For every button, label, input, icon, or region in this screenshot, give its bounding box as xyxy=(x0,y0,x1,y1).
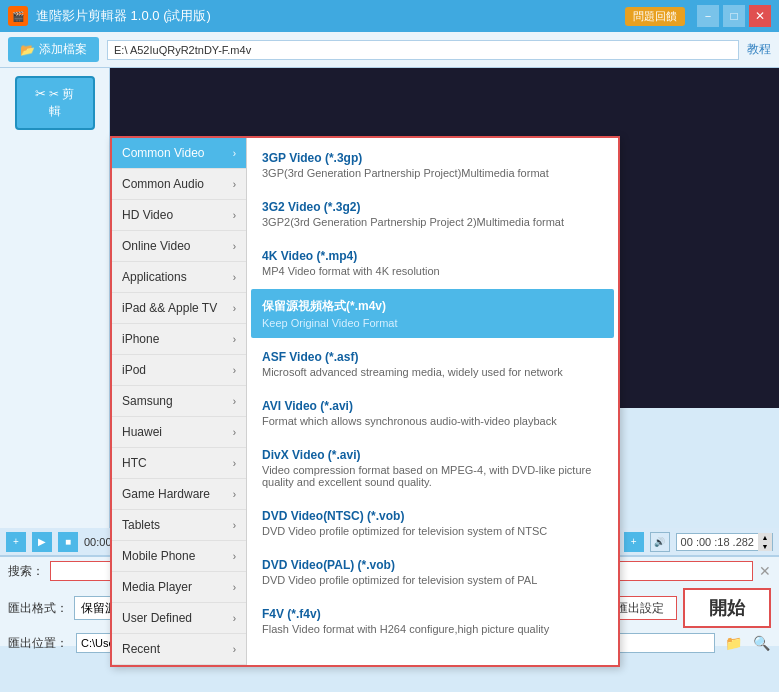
category-item-online-video[interactable]: Online Video› xyxy=(112,231,246,262)
speed-value: 00 :00 :18 .282 xyxy=(677,536,758,548)
format-title: 保留源視頻格式(*.m4v) xyxy=(262,298,603,315)
folder-icon: 📂 xyxy=(20,43,35,57)
format-item-avi[interactable]: AVI Video (*.avi)Format which allows syn… xyxy=(251,390,614,436)
speed-down-button[interactable]: ▼ xyxy=(758,542,772,551)
format-item-dvd-pal[interactable]: DVD Video(PAL) (*.vob)DVD Video profile … xyxy=(251,549,614,595)
format-desc: MP4 Video format with 4K resolution xyxy=(262,265,603,277)
category-item-common-video[interactable]: Common Video› xyxy=(112,138,246,169)
format-desc: DVD Video profile optimized for televisi… xyxy=(262,574,603,586)
format-desc: Video compression format based on MPEG-4… xyxy=(262,464,603,488)
search-label: 搜索： xyxy=(8,563,44,580)
maximize-button[interactable]: □ xyxy=(723,5,745,27)
main-content: ✂ ✂ 剪輯 Common Video›Common Audio›HD Vide… xyxy=(0,68,779,528)
format-desc: Microsoft advanced streaming media, wide… xyxy=(262,366,603,378)
play-button[interactable]: ▶ xyxy=(32,532,52,552)
output-label: 匯出位置： xyxy=(8,635,68,652)
category-item-hd-video[interactable]: HD Video› xyxy=(112,200,246,231)
category-item-game-hardware[interactable]: Game Hardware› xyxy=(112,479,246,510)
add-start-marker-button[interactable]: + xyxy=(6,532,26,552)
category-item-user-defined[interactable]: User Defined› xyxy=(112,603,246,634)
category-item-mobile-phone[interactable]: Mobile Phone› xyxy=(112,541,246,572)
left-panel: ✂ ✂ 剪輯 xyxy=(0,68,110,528)
format-item-asf[interactable]: ASF Video (*.asf)Microsoft advanced stre… xyxy=(251,341,614,387)
format-list: 3GP Video (*.3gp)3GP(3rd Generation Part… xyxy=(247,138,618,665)
format-title: DivX Video (*.avi) xyxy=(262,448,603,462)
format-overlay: Common Video›Common Audio›HD Video›Onlin… xyxy=(110,136,620,667)
category-item-ipad-apple-tv[interactable]: iPad && Apple TV› xyxy=(112,293,246,324)
format-title: AVI Video (*.avi) xyxy=(262,399,603,413)
tutorial-link[interactable]: 教程 xyxy=(747,41,771,58)
format-item-m4v[interactable]: 保留源視頻格式(*.m4v)Keep Original Video Format xyxy=(251,289,614,338)
chevron-right-icon: › xyxy=(233,458,236,469)
format-desc: 3GP2(3rd Generation Partnership Project … xyxy=(262,216,603,228)
category-item-iphone[interactable]: iPhone› xyxy=(112,324,246,355)
format-title: DVD Video(NTSC) (*.vob) xyxy=(262,509,603,523)
chevron-right-icon: › xyxy=(233,210,236,221)
chevron-right-icon: › xyxy=(233,520,236,531)
export-format-label: 匯出格式： xyxy=(8,600,68,617)
title-bar: 🎬 進階影片剪輯器 1.0.0 (試用版) 問題回饋 － □ ✕ xyxy=(0,0,779,32)
category-item-common-audio[interactable]: Common Audio› xyxy=(112,169,246,200)
chevron-right-icon: › xyxy=(233,272,236,283)
search-path-button[interactable]: 🔍 xyxy=(751,633,771,653)
close-button[interactable]: ✕ xyxy=(749,5,771,27)
category-item-samsung[interactable]: Samsung› xyxy=(112,386,246,417)
app-title: 進階影片剪輯器 1.0.0 (試用版) xyxy=(36,7,211,25)
stop-button[interactable]: ■ xyxy=(58,532,78,552)
format-desc: Format which allows synchronous audio-wi… xyxy=(262,415,603,427)
chevron-right-icon: › xyxy=(233,582,236,593)
chevron-right-icon: › xyxy=(233,489,236,500)
chevron-right-icon: › xyxy=(233,334,236,345)
chevron-right-icon: › xyxy=(233,241,236,252)
chevron-right-icon: › xyxy=(233,365,236,376)
file-path-display: E:\ A52IuQRyR2tnDY-F.m4v xyxy=(107,40,739,60)
category-item-recent[interactable]: Recent› xyxy=(112,634,246,665)
speed-up-button[interactable]: ▲ xyxy=(758,533,772,542)
scissors-icon: ✂ xyxy=(35,86,46,101)
chevron-right-icon: › xyxy=(233,303,236,314)
title-bar-left: 🎬 進階影片剪輯器 1.0.0 (試用版) xyxy=(8,6,211,26)
chevron-right-icon: › xyxy=(233,551,236,562)
toolbar: 📂 添加檔案 E:\ A52IuQRyR2tnDY-F.m4v 教程 xyxy=(0,32,779,68)
format-desc: Keep Original Video Format xyxy=(262,317,603,329)
add-end-marker-button[interactable]: + xyxy=(624,532,644,552)
format-title: F4V (*.f4v) xyxy=(262,607,603,621)
format-desc: 3GP(3rd Generation Partnership Project)M… xyxy=(262,167,603,179)
browse-folder-button[interactable]: 📁 xyxy=(723,633,743,653)
format-desc: Flash Video format with H264 configure,h… xyxy=(262,623,603,635)
category-item-ipod[interactable]: iPod› xyxy=(112,355,246,386)
chevron-right-icon: › xyxy=(233,396,236,407)
category-item-media-player[interactable]: Media Player› xyxy=(112,572,246,603)
chevron-right-icon: › xyxy=(233,613,236,624)
chevron-right-icon: › xyxy=(233,179,236,190)
title-bar-right: 問題回饋 － □ ✕ xyxy=(625,5,771,27)
feedback-button[interactable]: 問題回饋 xyxy=(625,7,685,26)
category-item-htc[interactable]: HTC› xyxy=(112,448,246,479)
format-title: 3GP Video (*.3gp) xyxy=(262,151,603,165)
format-item-f4v[interactable]: F4V (*.f4v)Flash Video format with H264 … xyxy=(251,598,614,644)
format-title: 4K Video (*.mp4) xyxy=(262,249,603,263)
format-desc: DVD Video profile optimized for televisi… xyxy=(262,525,603,537)
format-title: 3G2 Video (*.3g2) xyxy=(262,200,603,214)
format-item-4k-mp4[interactable]: 4K Video (*.mp4)MP4 Video format with 4K… xyxy=(251,240,614,286)
format-title: DVD Video(PAL) (*.vob) xyxy=(262,558,603,572)
format-item-3gp[interactable]: 3GP Video (*.3gp)3GP(3rd Generation Part… xyxy=(251,142,614,188)
app-icon: 🎬 xyxy=(8,6,28,26)
format-item-dvd-ntsc[interactable]: DVD Video(NTSC) (*.vob)DVD Video profile… xyxy=(251,500,614,546)
edit-button[interactable]: ✂ ✂ 剪輯 xyxy=(15,76,95,130)
volume-button[interactable]: 🔊 xyxy=(650,532,670,552)
format-item-divx[interactable]: DivX Video (*.avi)Video compression form… xyxy=(251,439,614,497)
chevron-right-icon: › xyxy=(233,644,236,655)
format-title: ASF Video (*.asf) xyxy=(262,350,603,364)
category-item-tablets[interactable]: Tablets› xyxy=(112,510,246,541)
chevron-right-icon: › xyxy=(233,427,236,438)
category-list: Common Video›Common Audio›HD Video›Onlin… xyxy=(112,138,247,665)
category-item-applications[interactable]: Applications› xyxy=(112,262,246,293)
start-export-button[interactable]: 開始 xyxy=(683,588,771,628)
search-clear-button[interactable]: ✕ xyxy=(759,563,771,579)
chevron-right-icon: › xyxy=(233,148,236,159)
minimize-button[interactable]: － xyxy=(697,5,719,27)
category-item-huawei[interactable]: Huawei› xyxy=(112,417,246,448)
format-item-3g2[interactable]: 3G2 Video (*.3g2)3GP2(3rd Generation Par… xyxy=(251,191,614,237)
add-file-button[interactable]: 📂 添加檔案 xyxy=(8,37,99,62)
